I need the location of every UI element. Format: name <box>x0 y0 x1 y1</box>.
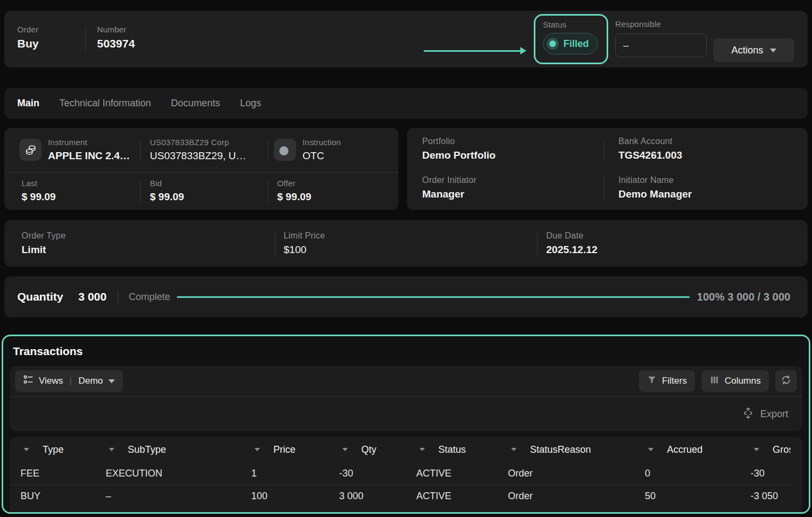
refresh-icon <box>781 375 792 388</box>
portfolio-label: Portfolio <box>422 137 496 146</box>
responsible-label: Responsible <box>615 19 707 29</box>
dot-icon <box>274 139 296 161</box>
divider <box>268 140 269 161</box>
offer-label: Offer <box>277 179 311 188</box>
last-value: $ 99.09 <box>22 191 56 203</box>
responsible-group: Responsible – <box>615 19 707 57</box>
status-dot-icon <box>547 38 559 50</box>
portfolio-card: Portfolio Demo Portfolio Bank Account TG… <box>407 128 808 210</box>
last-price-group: Last $ 99.09 <box>22 179 56 203</box>
instrument-value: APPLE INC 2.4… <box>48 150 130 162</box>
order-header-card: Order Buy Number 503974 Status Filled Re… <box>4 11 808 67</box>
views-selected-value: Demo <box>78 376 102 386</box>
refresh-button[interactable] <box>775 370 797 392</box>
responsible-field[interactable]: – <box>615 33 707 57</box>
order-initiator-label: Order Initiator <box>422 175 477 185</box>
isin-group: US037833BZ29 Corp US037833BZ29, U… <box>150 138 246 162</box>
initiator-name-value: Demo Manager <box>618 188 692 200</box>
tab-documents[interactable]: Documents <box>171 98 220 109</box>
quantity-card: Quantity 3 000 Complete 100% 3 000 / 3 0… <box>4 276 808 317</box>
order-type-group: Order Type Limit <box>22 231 66 256</box>
instrument-label: Instrument <box>48 138 130 147</box>
divider <box>537 233 538 256</box>
limit-price-group: Limit Price $100 <box>284 231 325 256</box>
funnel-icon <box>647 375 657 387</box>
actions-button[interactable]: Actions <box>713 38 794 62</box>
divider <box>275 233 276 256</box>
caret-down-icon <box>109 448 114 451</box>
tab-main[interactable]: Main <box>17 98 39 109</box>
order-number-value: 503974 <box>97 37 135 50</box>
caret-down-icon <box>754 448 759 451</box>
divider <box>85 27 86 51</box>
bid-label: Bid <box>150 179 184 188</box>
caret-down-icon <box>419 448 425 451</box>
initiator-name-group: Initiator Name Demo Manager <box>618 175 692 200</box>
divider <box>118 290 118 303</box>
order-initiator-group: Order Initiator Manager <box>422 175 477 200</box>
due-date-label: Due Date <box>546 231 597 241</box>
caret-down-icon <box>254 448 260 451</box>
columns-button[interactable]: Columns <box>701 370 769 392</box>
bid-value: $ 99.09 <box>150 191 184 203</box>
transactions-table: Type SubType Price Qty Status StatusReas… <box>10 437 802 514</box>
due-date-group: Due Date 2025.12.12 <box>546 231 597 256</box>
portfolio-group: Portfolio Demo Portfolio <box>422 137 496 161</box>
views-button[interactable]: Views | Demo <box>15 370 123 392</box>
table-row[interactable]: FEE <box>19 462 105 485</box>
status-badge[interactable]: Filled <box>543 33 598 55</box>
order-type-label: Order Type <box>22 231 66 241</box>
caret-down-icon <box>648 448 653 451</box>
bank-account-value: TGS4261.003 <box>618 149 682 161</box>
due-date-value: 2025.12.12 <box>546 244 597 256</box>
export-icon <box>742 407 754 421</box>
number-label: Number <box>97 25 135 34</box>
divider <box>4 172 398 173</box>
column-header-type[interactable]: Type <box>19 437 105 462</box>
tab-technical-information[interactable]: Technical Information <box>59 98 151 109</box>
order-side-group: Order Buy <box>17 25 39 50</box>
bank-account-group: Bank Account TGS4261.003 <box>618 137 682 161</box>
last-label: Last <box>22 179 56 188</box>
column-header-accrued[interactable]: Accrued <box>644 437 749 462</box>
order-side-value: Buy <box>17 37 39 50</box>
column-header-status[interactable]: Status <box>415 437 507 462</box>
offer-value: $ 99.09 <box>277 191 311 203</box>
tab-logs[interactable]: Logs <box>240 98 261 109</box>
columns-icon <box>710 375 719 387</box>
order-initiator-value: Manager <box>422 188 477 200</box>
instruction-label: Instruction <box>302 138 341 147</box>
status-value: Filled <box>563 38 589 50</box>
order-label: Order <box>17 25 39 34</box>
divider: | <box>68 376 73 386</box>
portfolio-value: Demo Portfolio <box>422 149 496 161</box>
actions-label: Actions <box>731 45 763 56</box>
column-header-price[interactable]: Price <box>250 437 338 462</box>
column-header-gross[interactable]: Gross <box>749 437 790 462</box>
quantity-state-label: Complete <box>129 291 170 303</box>
transactions-title: Transactions <box>13 345 802 358</box>
arrow-right-icon <box>424 50 521 52</box>
limit-price-label: Limit Price <box>284 231 325 241</box>
column-header-qty[interactable]: Qty <box>338 437 415 462</box>
order-number-group: Number 503974 <box>97 25 135 50</box>
column-header-statusreason[interactable]: StatusReason <box>507 437 644 462</box>
status-highlight-box: Status Filled <box>534 14 608 64</box>
export-button[interactable]: Export <box>760 409 788 420</box>
limit-price-value: $100 <box>284 244 325 256</box>
initiator-name-label: Initiator Name <box>618 175 692 185</box>
chevron-down-icon <box>108 379 115 383</box>
instruction-value: OTC <box>302 150 341 162</box>
responsible-value: – <box>623 40 629 51</box>
transactions-toolbar: Views | Demo Filters <box>10 366 802 431</box>
offer-price-group: Offer $ 99.09 <box>277 179 311 203</box>
progress-bar <box>177 296 690 298</box>
filters-button[interactable]: Filters <box>639 370 695 392</box>
column-header-subtype[interactable]: SubType <box>105 437 250 462</box>
table-row[interactable]: BUY <box>19 485 105 507</box>
instrument-group: Instrument APPLE INC 2.4… <box>48 138 130 162</box>
caret-down-icon <box>24 448 29 451</box>
divider <box>604 140 604 161</box>
progress-text: 100% 3 000 / 3 000 <box>697 291 790 303</box>
quantity-value: 3 000 <box>78 290 107 303</box>
